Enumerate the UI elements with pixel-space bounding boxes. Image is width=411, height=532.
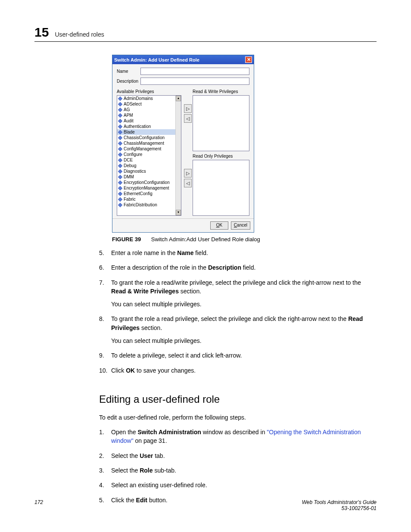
step-text: To grant the role a read/write privilege… [111, 279, 361, 286]
step-9: 9. To delete a privilege, select it and … [99, 351, 377, 360]
svg-marker-8 [118, 141, 122, 146]
scrollbar[interactable]: ▴ ▾ [175, 96, 181, 215]
privilege-item[interactable]: Diagnostics [117, 168, 181, 174]
available-privileges-list[interactable]: AdminDomainsADSelectAGAPMAuditAuthentica… [117, 95, 181, 216]
step-7: 7. To grant the role a read/write privil… [99, 278, 377, 309]
ro-privileges-list[interactable] [193, 160, 249, 216]
rw-privileges-list[interactable] [193, 95, 249, 151]
step-text: section. [179, 288, 201, 295]
privilege-label: Blade [124, 130, 135, 134]
svg-marker-7 [118, 136, 122, 140]
diamond-icon [118, 136, 122, 140]
diamond-icon [118, 169, 122, 174]
step-note: You can select multiple privileges. [111, 336, 377, 345]
step-8: 8. To grant the role a read privilege, s… [99, 314, 377, 345]
step-text: Select the [111, 452, 140, 459]
privilege-item[interactable]: APM [117, 112, 181, 118]
bold-term: User [140, 452, 153, 459]
privilege-item[interactable]: Configure [117, 152, 181, 157]
scroll-down-icon[interactable]: ▾ [176, 210, 181, 215]
description-label: Description [117, 79, 140, 84]
diamond-icon [118, 203, 122, 207]
step: 6.Enter a description of the role in the… [99, 263, 377, 272]
privilege-item[interactable]: ChassisManagement [117, 140, 181, 146]
name-label: Name [117, 69, 140, 74]
privilege-label: Diagnostics [124, 169, 146, 174]
dialog-titlebar[interactable]: Switch Admin: Add User Defined Role ✕ [112, 55, 254, 64]
diamond-icon [118, 186, 122, 190]
privilege-item[interactable]: AG [117, 107, 181, 112]
svg-marker-3 [118, 113, 122, 118]
svg-marker-12 [118, 164, 122, 168]
privilege-item[interactable]: EncryptionConfiguration [117, 180, 181, 185]
diamond-icon [118, 141, 122, 146]
dialog-title: Switch Admin: Add User Defined Role [114, 57, 199, 62]
privilege-item[interactable]: DCE [117, 157, 181, 163]
svg-marker-16 [118, 186, 122, 190]
rw-privileges-label: Read & Write Privileges [193, 89, 249, 94]
privilege-label: EncryptionConfiguration [124, 180, 170, 185]
move-right-ro-button[interactable]: ▷ [184, 169, 192, 177]
step-text: To delete a privilege, select it and cli… [111, 351, 377, 360]
diamond-icon [118, 175, 122, 179]
svg-marker-19 [118, 203, 122, 207]
diamond-icon [118, 108, 122, 112]
step-number: 2. [99, 451, 111, 460]
privilege-label: Audit [124, 118, 134, 123]
step-note: You can select multiple privileges. [111, 300, 377, 308]
svg-marker-11 [118, 158, 122, 162]
description-field[interactable] [140, 78, 249, 85]
privilege-label: ChassisConfiguration [124, 135, 165, 140]
step-text: sub-tab. [153, 467, 176, 474]
privilege-item[interactable]: Blade [117, 129, 181, 135]
bold-term: Switch Administration [138, 429, 201, 436]
scroll-up-icon[interactable]: ▴ [176, 96, 181, 101]
step-number: 8. [99, 314, 111, 345]
figure-caption: Switch Admin:Add User Defined Role dialo… [151, 236, 260, 243]
privilege-item[interactable]: ConfigManagement [117, 146, 181, 152]
privilege-item[interactable]: FabricDistribution [117, 202, 181, 208]
step-text: section. [140, 324, 162, 331]
step-number: 6. [99, 263, 111, 272]
diamond-icon [118, 192, 122, 196]
privilege-item[interactable]: ADSelect [117, 101, 181, 107]
bold-term: Role [140, 467, 153, 474]
privilege-item[interactable]: EncryptionManagement [117, 185, 181, 191]
privilege-item[interactable]: AdminDomains [117, 96, 181, 101]
page-number: 172 [34, 499, 43, 511]
diamond-icon [118, 158, 122, 162]
ok-button[interactable]: OK [210, 221, 228, 230]
step-number: 1. [99, 428, 111, 445]
privilege-label: EncryptionManagement [124, 186, 169, 190]
bold-term: Read & Write Privileges [111, 288, 179, 295]
privilege-item[interactable]: ChassisConfiguration [117, 135, 181, 140]
bold-term: Description [208, 264, 241, 271]
svg-marker-13 [118, 169, 122, 174]
edit-step-2: 2. Select the User tab. [99, 451, 377, 460]
svg-marker-10 [118, 152, 122, 157]
privilege-label: AG [124, 107, 130, 112]
privilege-item[interactable]: EthernetConfig [117, 191, 181, 196]
privilege-label: Authentication [124, 124, 151, 129]
step-text: Click [111, 367, 126, 374]
privilege-item[interactable]: Audit [117, 118, 181, 124]
cancel-button[interactable]: Cancel [231, 221, 250, 230]
move-left-ro-button[interactable]: ◁ [184, 179, 192, 187]
close-icon[interactable]: ✕ [245, 56, 252, 63]
doc-number: 53-1002756-01 [302, 505, 377, 511]
step-10: 10. Click OK to save your changes. [99, 366, 377, 375]
privilege-item[interactable]: Fabric [117, 196, 181, 202]
svg-marker-6 [118, 130, 122, 134]
step: 5.Enter a role name in the Name field. [99, 249, 377, 257]
privilege-item[interactable]: Authentication [117, 124, 181, 129]
privilege-item[interactable]: Debug [117, 163, 181, 168]
name-field[interactable] [140, 68, 249, 75]
heading-editing-role: Editing a user-defined role [99, 392, 377, 407]
svg-marker-18 [118, 197, 122, 202]
move-left-rw-button[interactable]: ◁ [184, 114, 192, 123]
diamond-icon [118, 130, 122, 134]
privilege-item[interactable]: DMM [117, 174, 181, 180]
move-right-rw-button[interactable]: ▷ [184, 104, 192, 113]
ro-privileges-label: Read Only Privileges [193, 154, 249, 159]
step-number: 3. [99, 466, 111, 475]
